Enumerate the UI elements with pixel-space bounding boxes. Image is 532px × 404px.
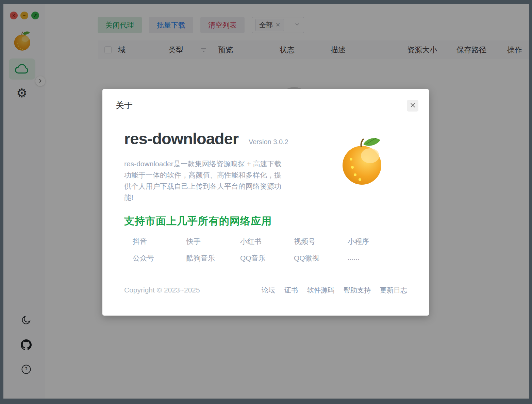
app-name: res-downloader: [124, 129, 238, 148]
about-dialog: 关于 res-downloader Version 3.0.2: [102, 89, 429, 316]
app-description: res-downloader是一款集网络资源嗅探 + 高速下载功能于一体的软件，…: [124, 158, 285, 203]
app-title-row: res-downloader Version 3.0.2: [124, 129, 288, 148]
link-support[interactable]: 帮助支持: [344, 286, 371, 295]
dialog-footer: Copyright © 2023~2025 论坛 证书 软件源码 帮助支持 更新…: [124, 286, 407, 295]
app-version: Version 3.0.2: [249, 138, 288, 146]
supported-app: 视频号: [294, 237, 348, 246]
supported-app: ......: [348, 253, 401, 263]
link-forum[interactable]: 论坛: [262, 286, 275, 295]
supported-app: 抖音: [133, 237, 186, 246]
supported-app: 小红书: [240, 237, 294, 246]
supported-app: QQ音乐: [240, 253, 294, 263]
app-window: ⚙ ? 关闭: [3, 4, 529, 399]
close-icon: [410, 102, 416, 110]
supported-apps-grid: 抖音 快手 小红书 视频号 小程序 公众号 酷狗音乐 QQ音乐 QQ微视 ...…: [133, 237, 408, 263]
link-certificate[interactable]: 证书: [284, 286, 298, 295]
supported-app: 公众号: [133, 253, 186, 263]
supported-app: 酷狗音乐: [186, 253, 240, 263]
supported-app: 小程序: [348, 237, 401, 246]
link-changelog[interactable]: 更新日志: [380, 286, 407, 295]
about-logo-orange: [342, 136, 383, 185]
supported-apps-heading: 支持市面上几乎所有的网络应用: [124, 214, 272, 228]
copyright-text: Copyright © 2023~2025: [124, 286, 200, 294]
link-source-code[interactable]: 软件源码: [307, 286, 334, 295]
dialog-title: 关于: [116, 100, 133, 111]
dialog-close-button[interactable]: [407, 100, 418, 112]
supported-app: QQ微视: [294, 253, 348, 263]
supported-app: 快手: [186, 237, 240, 246]
footer-links: 论坛 证书 软件源码 帮助支持 更新日志: [262, 286, 407, 295]
window-frame: ⚙ ? 关闭: [0, 0, 532, 404]
